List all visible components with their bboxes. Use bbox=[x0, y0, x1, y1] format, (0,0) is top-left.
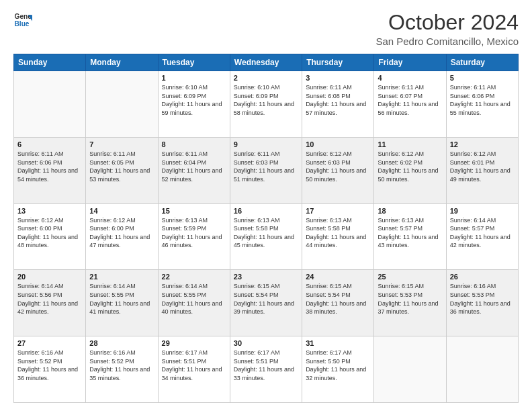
day-number: 6 bbox=[17, 140, 82, 148]
cell-3-3: 15Sunrise: 6:13 AMSunset: 5:59 PMDayligh… bbox=[158, 203, 230, 270]
col-saturday: Saturday bbox=[446, 54, 518, 71]
day-info: Sunrise: 6:11 AMSunset: 6:03 PMDaylight:… bbox=[234, 150, 298, 183]
day-info: Sunrise: 6:11 AMSunset: 6:04 PMDaylight:… bbox=[162, 150, 226, 183]
day-info: Sunrise: 6:17 AMSunset: 5:50 PMDaylight:… bbox=[306, 349, 370, 382]
cell-4-1: 20Sunrise: 6:14 AMSunset: 5:56 PMDayligh… bbox=[14, 270, 86, 336]
cell-4-7: 26Sunrise: 6:16 AMSunset: 5:53 PMDayligh… bbox=[446, 270, 518, 336]
header: General Blue General Blue October 2024 S… bbox=[13, 11, 519, 47]
cell-1-7: 5Sunrise: 6:11 AMSunset: 6:06 PMDaylight… bbox=[446, 71, 518, 138]
day-number: 18 bbox=[378, 207, 442, 215]
cell-4-4: 23Sunrise: 6:15 AMSunset: 5:54 PMDayligh… bbox=[230, 270, 302, 336]
cell-5-1: 27Sunrise: 6:16 AMSunset: 5:52 PMDayligh… bbox=[14, 336, 86, 403]
day-info: Sunrise: 6:12 AMSunset: 6:03 PMDaylight:… bbox=[306, 150, 370, 183]
day-info: Sunrise: 6:15 AMSunset: 5:54 PMDaylight:… bbox=[234, 282, 298, 316]
day-number: 7 bbox=[89, 140, 154, 148]
page: General Blue General Blue October 2024 S… bbox=[0, 0, 532, 411]
day-info: Sunrise: 6:12 AMSunset: 6:00 PMDaylight:… bbox=[17, 216, 82, 250]
day-info: Sunrise: 6:16 AMSunset: 5:52 PMDaylight:… bbox=[89, 349, 154, 382]
day-info: Sunrise: 6:11 AMSunset: 6:08 PMDaylight:… bbox=[306, 83, 370, 117]
day-number: 28 bbox=[89, 339, 154, 347]
cell-5-5: 31Sunrise: 6:17 AMSunset: 5:50 PMDayligh… bbox=[302, 336, 374, 403]
cell-1-3: 1Sunrise: 6:10 AMSunset: 6:09 PMDaylight… bbox=[158, 71, 230, 138]
day-number: 27 bbox=[17, 339, 82, 347]
day-info: Sunrise: 6:17 AMSunset: 5:51 PMDaylight:… bbox=[234, 349, 298, 382]
day-number: 20 bbox=[17, 273, 82, 281]
svg-text:Blue: Blue bbox=[15, 20, 30, 28]
cell-5-3: 29Sunrise: 6:17 AMSunset: 5:51 PMDayligh… bbox=[158, 336, 230, 403]
cell-5-2: 28Sunrise: 6:16 AMSunset: 5:52 PMDayligh… bbox=[86, 336, 158, 403]
cell-5-7 bbox=[446, 336, 518, 403]
day-number: 19 bbox=[450, 207, 515, 215]
day-number: 13 bbox=[17, 207, 82, 215]
cell-5-4: 30Sunrise: 6:17 AMSunset: 5:51 PMDayligh… bbox=[230, 336, 302, 403]
col-tuesday: Tuesday bbox=[158, 54, 230, 71]
day-number: 4 bbox=[378, 74, 442, 82]
cell-4-2: 21Sunrise: 6:14 AMSunset: 5:55 PMDayligh… bbox=[86, 270, 158, 336]
cell-1-5: 3Sunrise: 6:11 AMSunset: 6:08 PMDaylight… bbox=[302, 71, 374, 138]
col-friday: Friday bbox=[374, 54, 446, 71]
day-info: Sunrise: 6:13 AMSunset: 5:58 PMDaylight:… bbox=[234, 216, 298, 250]
day-number: 26 bbox=[450, 273, 515, 281]
cell-4-5: 24Sunrise: 6:15 AMSunset: 5:54 PMDayligh… bbox=[302, 270, 374, 336]
week-row-3: 13Sunrise: 6:12 AMSunset: 6:00 PMDayligh… bbox=[14, 203, 519, 270]
cell-2-7: 12Sunrise: 6:12 AMSunset: 6:01 PMDayligh… bbox=[446, 137, 518, 203]
calendar-header-row: Sunday Monday Tuesday Wednesday Thursday… bbox=[14, 54, 519, 71]
cell-1-1 bbox=[14, 71, 86, 138]
week-row-2: 6Sunrise: 6:11 AMSunset: 6:06 PMDaylight… bbox=[14, 137, 519, 203]
day-number: 29 bbox=[162, 339, 226, 347]
cell-4-3: 22Sunrise: 6:14 AMSunset: 5:55 PMDayligh… bbox=[158, 270, 230, 336]
cell-2-6: 11Sunrise: 6:12 AMSunset: 6:02 PMDayligh… bbox=[374, 137, 446, 203]
day-number: 9 bbox=[234, 140, 298, 148]
day-info: Sunrise: 6:14 AMSunset: 5:55 PMDaylight:… bbox=[89, 282, 154, 316]
cell-3-1: 13Sunrise: 6:12 AMSunset: 6:00 PMDayligh… bbox=[14, 203, 86, 270]
day-number: 12 bbox=[450, 140, 515, 148]
cell-4-6: 25Sunrise: 6:15 AMSunset: 5:53 PMDayligh… bbox=[374, 270, 446, 336]
day-info: Sunrise: 6:15 AMSunset: 5:53 PMDaylight:… bbox=[378, 282, 442, 316]
cell-3-6: 18Sunrise: 6:13 AMSunset: 5:57 PMDayligh… bbox=[374, 203, 446, 270]
week-row-4: 20Sunrise: 6:14 AMSunset: 5:56 PMDayligh… bbox=[14, 270, 519, 336]
cell-3-5: 17Sunrise: 6:13 AMSunset: 5:58 PMDayligh… bbox=[302, 203, 374, 270]
cell-3-4: 16Sunrise: 6:13 AMSunset: 5:58 PMDayligh… bbox=[230, 203, 302, 270]
day-number: 10 bbox=[306, 140, 370, 148]
cell-2-2: 7Sunrise: 6:11 AMSunset: 6:05 PMDaylight… bbox=[86, 137, 158, 203]
day-number: 23 bbox=[234, 273, 298, 281]
day-number: 5 bbox=[450, 74, 515, 82]
day-info: Sunrise: 6:16 AMSunset: 5:53 PMDaylight:… bbox=[450, 282, 515, 316]
day-number: 15 bbox=[162, 207, 226, 215]
day-info: Sunrise: 6:15 AMSunset: 5:54 PMDaylight:… bbox=[306, 282, 370, 316]
cell-2-1: 6Sunrise: 6:11 AMSunset: 6:06 PMDaylight… bbox=[14, 137, 86, 203]
day-number: 24 bbox=[306, 273, 370, 281]
col-wednesday: Wednesday bbox=[230, 54, 302, 71]
day-number: 8 bbox=[162, 140, 226, 148]
day-number: 3 bbox=[306, 74, 370, 82]
day-info: Sunrise: 6:11 AMSunset: 6:07 PMDaylight:… bbox=[378, 83, 442, 117]
day-number: 14 bbox=[89, 207, 154, 215]
cell-1-6: 4Sunrise: 6:11 AMSunset: 6:07 PMDaylight… bbox=[374, 71, 446, 138]
cell-3-2: 14Sunrise: 6:12 AMSunset: 6:00 PMDayligh… bbox=[86, 203, 158, 270]
day-info: Sunrise: 6:12 AMSunset: 6:01 PMDaylight:… bbox=[450, 150, 515, 183]
day-number: 2 bbox=[234, 74, 298, 82]
cell-1-4: 2Sunrise: 6:10 AMSunset: 6:09 PMDaylight… bbox=[230, 71, 302, 138]
col-monday: Monday bbox=[86, 54, 158, 71]
day-info: Sunrise: 6:11 AMSunset: 6:06 PMDaylight:… bbox=[17, 150, 82, 183]
day-info: Sunrise: 6:10 AMSunset: 6:09 PMDaylight:… bbox=[162, 83, 226, 117]
day-number: 25 bbox=[378, 273, 442, 281]
day-info: Sunrise: 6:14 AMSunset: 5:55 PMDaylight:… bbox=[162, 282, 226, 316]
day-info: Sunrise: 6:11 AMSunset: 6:06 PMDaylight:… bbox=[450, 83, 515, 117]
day-info: Sunrise: 6:12 AMSunset: 6:00 PMDaylight:… bbox=[89, 216, 154, 250]
main-title: October 2024 bbox=[375, 11, 519, 34]
day-info: Sunrise: 6:13 AMSunset: 5:58 PMDaylight:… bbox=[306, 216, 370, 250]
logo: General Blue General Blue bbox=[13, 11, 32, 30]
day-info: Sunrise: 6:11 AMSunset: 6:05 PMDaylight:… bbox=[89, 150, 154, 183]
week-row-5: 27Sunrise: 6:16 AMSunset: 5:52 PMDayligh… bbox=[14, 336, 519, 403]
cell-2-3: 8Sunrise: 6:11 AMSunset: 6:04 PMDaylight… bbox=[158, 137, 230, 203]
day-number: 16 bbox=[234, 207, 298, 215]
day-info: Sunrise: 6:12 AMSunset: 6:02 PMDaylight:… bbox=[378, 150, 442, 183]
day-number: 11 bbox=[378, 140, 442, 148]
cell-3-7: 19Sunrise: 6:14 AMSunset: 5:57 PMDayligh… bbox=[446, 203, 518, 270]
cell-2-4: 9Sunrise: 6:11 AMSunset: 6:03 PMDaylight… bbox=[230, 137, 302, 203]
cell-1-2 bbox=[86, 71, 158, 138]
cell-5-6 bbox=[374, 336, 446, 403]
day-number: 22 bbox=[162, 273, 226, 281]
day-info: Sunrise: 6:17 AMSunset: 5:51 PMDaylight:… bbox=[162, 349, 226, 382]
